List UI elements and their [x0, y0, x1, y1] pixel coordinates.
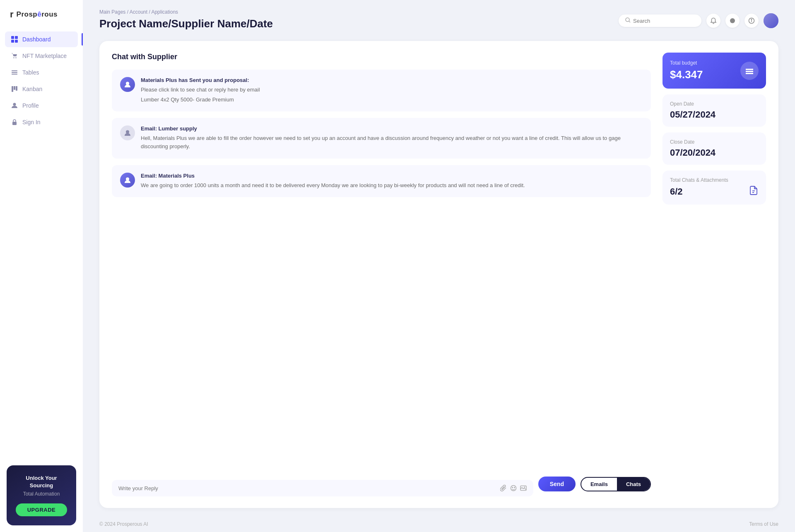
sidebar-item-dashboard[interactable]: Dashboard	[5, 31, 78, 47]
message-avatar-gray	[120, 125, 135, 140]
message-text: We are going to order 1000 units a month…	[141, 181, 643, 190]
image-icon[interactable]	[520, 485, 527, 491]
avatar-image	[764, 13, 778, 28]
message-avatar	[120, 173, 135, 188]
svg-rect-28	[746, 71, 753, 72]
svg-point-14	[626, 18, 629, 22]
sidebar-item-nft-label: NFT Marketplace	[22, 53, 67, 59]
svg-point-26	[524, 486, 525, 487]
svg-rect-9	[12, 86, 13, 92]
svg-point-4	[13, 57, 14, 58]
svg-rect-27	[746, 69, 753, 70]
tables-icon	[11, 69, 18, 76]
upgrade-button[interactable]: UPGRADE	[16, 503, 67, 516]
budget-value: $4.347	[670, 68, 703, 81]
message-text: Hell, Materials Plus we are able to fill…	[141, 134, 643, 151]
svg-rect-29	[746, 73, 753, 74]
close-date-value: 07/20/2024	[670, 147, 759, 158]
svg-point-21	[126, 177, 129, 181]
footer: © 2024 Prosperous AI Terms of Use	[83, 516, 795, 532]
svg-line-15	[629, 21, 630, 22]
sidebar-item-tables[interactable]: Tables	[5, 65, 78, 80]
chats-attachments-card: Total Chats & Attachments 6/2	[662, 171, 766, 205]
kanban-icon	[11, 85, 18, 93]
open-date-label: Open Date	[670, 101, 759, 107]
svg-rect-8	[12, 74, 17, 75]
message-card: Email: Lumber supply Hell, Materials Plu…	[112, 118, 651, 158]
action-tabs: Emails Chats	[581, 477, 651, 491]
send-button[interactable]: Send	[538, 477, 576, 491]
main-content: Main Pages / Account / Applications Proj…	[83, 0, 795, 532]
message-line-2: Lumber 4x2 Qty 5000- Grade Premium	[141, 96, 643, 104]
message-subject: Materials Plus has Sent you and proposal…	[141, 77, 643, 83]
close-date-card: Close Date 07/20/2024	[662, 132, 766, 165]
chat-messages: Materials Plus has Sent you and proposal…	[112, 70, 651, 464]
footer-terms: Terms of Use	[749, 521, 778, 527]
sidebar-item-kanban[interactable]: Kanban	[5, 81, 78, 97]
theme-toggle-button[interactable]	[725, 14, 740, 28]
logo-text: Prospêrous	[17, 10, 58, 19]
sidebar-nav: Dashboard NFT Marketplace Tables Kanban …	[0, 31, 83, 459]
message-card: Materials Plus has Sent you and proposal…	[112, 70, 651, 111]
search-box[interactable]	[619, 14, 701, 27]
breadcrumb: Main Pages / Account / Applications	[99, 9, 273, 15]
search-icon	[625, 17, 631, 24]
header-right	[619, 13, 778, 28]
svg-rect-11	[16, 86, 17, 91]
chats-attachments-label: Total Chats & Attachments	[670, 177, 759, 183]
upgrade-subtitle: Total Automation	[14, 491, 69, 497]
open-date-card: Open Date 05/27/2024	[662, 94, 766, 127]
profile-icon	[11, 102, 18, 109]
emoji-icon[interactable]	[510, 485, 517, 491]
sidebar-item-dashboard-label: Dashboard	[22, 36, 51, 43]
info-panel: Total budget $4.347 Open Date 05/27/2024…	[662, 53, 766, 496]
sidebar-item-nft[interactable]: NFT Marketplace	[5, 48, 78, 64]
svg-point-19	[126, 82, 129, 85]
info-button[interactable]	[744, 14, 759, 28]
svg-rect-0	[11, 36, 14, 39]
attachment-icon[interactable]	[500, 485, 507, 491]
chats-attachments-row: 6/2	[670, 185, 759, 198]
chat-main: Chat with Supplier Materials Plus has Se…	[112, 53, 651, 496]
lock-icon	[11, 118, 18, 126]
reply-area	[112, 480, 533, 496]
sidebar-item-kanban-label: Kanban	[22, 86, 42, 92]
svg-point-18	[751, 19, 752, 20]
message-subject: Email: Materials Plus	[141, 173, 643, 179]
sidebar-item-signin[interactable]: Sign In	[5, 114, 78, 130]
svg-rect-7	[12, 72, 17, 73]
sidebar-item-profile-label: Profile	[22, 102, 39, 109]
svg-rect-6	[12, 70, 17, 71]
message-body: Email: Materials Plus We are going to or…	[141, 173, 643, 190]
chats-tab[interactable]: Chats	[617, 478, 650, 491]
page-title: Project Name/Supplier Name/Date	[99, 17, 273, 30]
search-input[interactable]	[633, 18, 691, 24]
sidebar-item-tables-label: Tables	[22, 69, 39, 76]
reply-input[interactable]	[118, 485, 496, 491]
svg-point-24	[514, 487, 515, 488]
message-line-1: Please click link to see chat or reply h…	[141, 86, 643, 94]
chat-panel: Chat with Supplier Materials Plus has Se…	[99, 41, 778, 508]
emails-tab[interactable]: Emails	[581, 478, 617, 491]
message-body: Email: Lumber supply Hell, Materials Plu…	[141, 125, 643, 151]
sidebar-item-signin-label: Sign In	[22, 119, 41, 125]
svg-point-23	[512, 487, 513, 488]
content-area: Chat with Supplier Materials Plus has Se…	[83, 34, 795, 516]
svg-rect-10	[14, 86, 15, 90]
reply-icons	[500, 485, 527, 491]
message-body: Materials Plus has Sent you and proposal…	[141, 77, 643, 104]
sidebar-item-profile[interactable]: Profile	[5, 98, 78, 113]
upgrade-title: Unlock Your Sourcing	[14, 474, 69, 489]
svg-point-20	[126, 130, 129, 134]
header: Main Pages / Account / Applications Proj…	[83, 0, 795, 34]
open-date-value: 05/27/2024	[670, 109, 759, 120]
message-avatar	[120, 77, 135, 92]
reply-row: Send Emails Chats	[112, 472, 651, 496]
avatar[interactable]	[764, 13, 778, 28]
notification-button[interactable]	[706, 14, 720, 28]
cart-icon	[11, 52, 18, 60]
chats-attachments-value: 6/2	[670, 186, 683, 197]
sidebar: r Prospêrous Dashboard NFT Marketplace T…	[0, 0, 83, 532]
document-icon	[749, 185, 759, 198]
svg-rect-3	[15, 40, 18, 43]
